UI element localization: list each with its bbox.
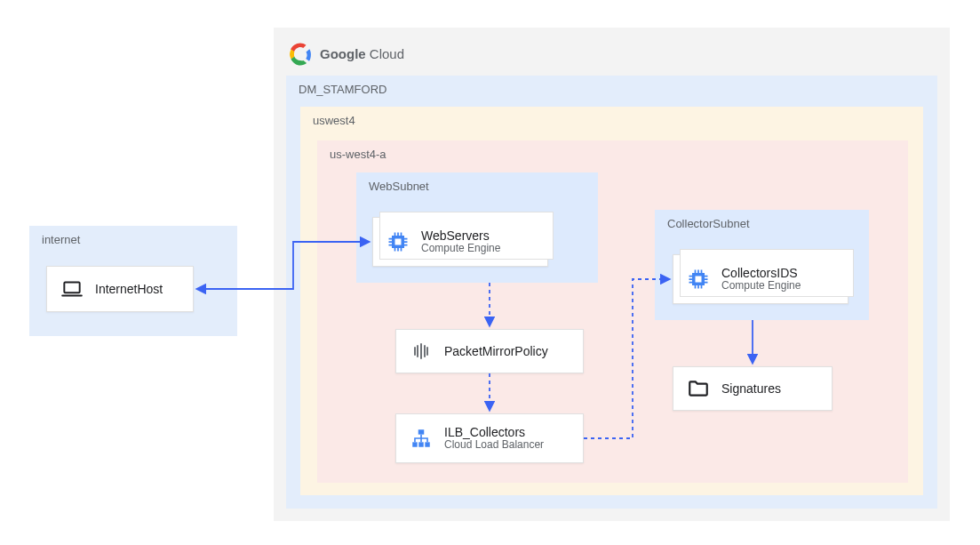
collectors-ids-title: CollectorsIDS bbox=[721, 266, 801, 280]
svg-rect-6 bbox=[425, 442, 429, 446]
google-cloud-logo-icon bbox=[288, 42, 313, 67]
svg-rect-8 bbox=[696, 277, 702, 283]
svg-rect-5 bbox=[418, 442, 423, 446]
label-project: DM_STAMFORD bbox=[299, 83, 386, 96]
svg-rect-4 bbox=[412, 442, 417, 446]
signatures-title: Signatures bbox=[721, 381, 781, 396]
packet-mirror-icon bbox=[409, 339, 434, 364]
load-balancer-icon bbox=[409, 426, 434, 451]
svg-rect-2 bbox=[395, 239, 402, 245]
ilb-sub: Cloud Load Balancer bbox=[444, 439, 544, 452]
google-cloud-title: Google Cloud bbox=[320, 46, 404, 62]
ilb-title: ILB_Collectors bbox=[444, 425, 544, 439]
label-internet: internet bbox=[42, 233, 80, 246]
compute-engine-icon bbox=[386, 229, 410, 254]
node-collectors-ids: CollectorsIDS Compute Engine bbox=[673, 254, 849, 304]
compute-engine-icon bbox=[686, 267, 711, 292]
node-signatures: Signatures bbox=[673, 366, 833, 411]
node-webservers: WebServers Compute Engine bbox=[372, 217, 548, 267]
webservers-title: WebServers bbox=[421, 228, 500, 243]
google-cloud-header: Google Cloud bbox=[288, 42, 404, 67]
svg-rect-3 bbox=[418, 429, 425, 434]
collectors-ids-sub: Compute Engine bbox=[721, 280, 801, 293]
svg-rect-0 bbox=[64, 282, 79, 293]
label-zone: us-west4-a bbox=[330, 148, 386, 161]
laptop-icon bbox=[60, 277, 84, 301]
packet-mirror-title: PacketMirrorPolicy bbox=[444, 344, 548, 358]
node-ilb-collectors: ILB_Collectors Cloud Load Balancer bbox=[395, 413, 584, 463]
webservers-sub: Compute Engine bbox=[421, 243, 500, 255]
diagram-canvas: Google Cloud DM_STAMFORD uswest4 us-west… bbox=[0, 0, 980, 545]
folder-icon bbox=[686, 376, 711, 401]
label-region: uswest4 bbox=[313, 114, 355, 127]
label-websubnet: WebSubnet bbox=[369, 180, 429, 193]
internet-host-title: InternetHost bbox=[95, 282, 163, 296]
label-collectorsubnet: CollectorSubnet bbox=[667, 217, 750, 230]
node-internet-host: InternetHost bbox=[46, 266, 194, 312]
node-packet-mirror: PacketMirrorPolicy bbox=[395, 329, 584, 373]
